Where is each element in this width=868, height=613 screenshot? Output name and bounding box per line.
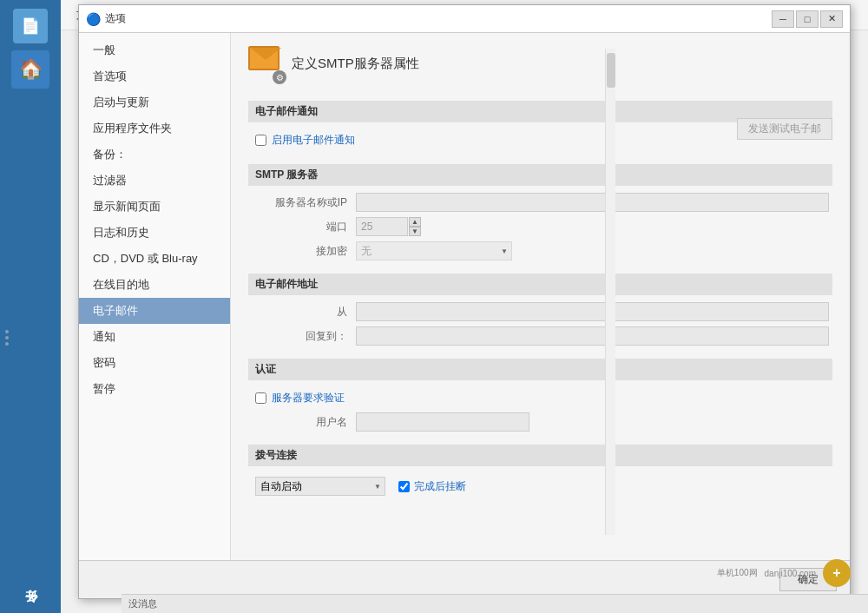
nav-preferences[interactable]: 首选项: [79, 63, 230, 89]
spinbox-buttons: ▲ ▼: [409, 217, 421, 236]
reply-label: 回复到：: [252, 329, 356, 344]
nav-startup[interactable]: 启动与更新: [79, 89, 230, 115]
encryption-row: 接加密 无 SSL/TLS STARTTLS: [248, 241, 832, 260]
server-requires-label: 服务器要求验证: [272, 391, 345, 405]
dialup-row: 自动启动 手动 完成后挂断: [248, 473, 832, 499]
reply-input[interactable]: [356, 326, 829, 346]
scrollbar-track: [605, 49, 615, 535]
hangup-checkbox[interactable]: [398, 481, 410, 492]
nav-appfolder[interactable]: 应用程序文件夹: [79, 115, 230, 142]
nav-notification[interactable]: 通知: [79, 324, 230, 350]
status-bar: 没消息: [122, 594, 868, 613]
dialog-body: 一般 首选项 启动与更新 应用程序文件夹 备份： 过滤器 显示新闻页面 日志和历…: [79, 33, 850, 560]
from-input[interactable]: [356, 302, 829, 321]
nav-password[interactable]: 密码: [79, 350, 230, 376]
dialup-header: 拨号连接: [248, 445, 832, 466]
nav-log[interactable]: 日志和历史: [79, 220, 230, 246]
username-row: 用户名: [248, 412, 832, 432]
nav-cd[interactable]: CD，DVD 或 Blu-ray: [79, 246, 230, 272]
smtp-header-icon: ⚙: [248, 46, 283, 81]
task-label: 任务: [23, 596, 38, 613]
port-input[interactable]: [356, 217, 408, 236]
email-address-section: 电子邮件地址 从 回复到：: [248, 274, 832, 346]
dialog-titlebar: 🔵 选项 ─ □ ✕: [79, 5, 850, 33]
nav-online[interactable]: 在线目的地: [79, 272, 230, 298]
app-sidebar: 📄 🏠 任务: [0, 0, 61, 613]
smtp-server-section: SMTP 服务器 服务器名称或IP 端口: [248, 164, 832, 260]
nav-email[interactable]: 电子邮件: [79, 298, 230, 324]
reply-row: 回复到：: [248, 326, 832, 346]
reply-control: [356, 326, 829, 346]
port-control: ▲ ▼: [356, 217, 829, 236]
content-header: ⚙ 定义SMTP服务器属性: [248, 46, 832, 88]
site-text: 单机100网: [717, 567, 758, 579]
app-top-icon: 📄: [13, 9, 48, 43]
from-control: [356, 302, 829, 321]
dialup-section: 拨号连接 自动启动 手动 完成后挂断: [248, 445, 832, 499]
send-test-button[interactable]: 发送测试电子邮: [737, 118, 832, 140]
auto-start-wrapper: 自动启动 手动: [255, 477, 385, 496]
nav-general[interactable]: 一般: [79, 37, 230, 63]
app-main: 文件 🔵 选项 ─ □ ✕ 一般 首选项 启动与更新: [61, 0, 868, 613]
encryption-select-wrapper: 无 SSL/TLS STARTTLS: [356, 241, 512, 260]
close-button[interactable]: ✕: [820, 10, 843, 28]
spinbox-down[interactable]: ▼: [409, 227, 421, 236]
enable-email-label: 启用电子邮件通知: [272, 133, 355, 148]
domain-text: danji100.com: [765, 569, 816, 578]
server-name-input[interactable]: [356, 193, 829, 212]
scrollbar-thumb[interactable]: [607, 53, 615, 88]
port-label: 端口: [252, 220, 356, 234]
dialog-nav: 一般 首选项 启动与更新 应用程序文件夹 备份： 过滤器 显示新闻页面 日志和历…: [79, 33, 231, 560]
logo-circle-icon[interactable]: +: [823, 559, 851, 587]
dialog-title: 选项: [105, 11, 772, 26]
server-requires-checkbox[interactable]: [255, 392, 266, 404]
encryption-select[interactable]: 无 SSL/TLS STARTTLS: [356, 241, 512, 260]
encryption-label: 接加密: [252, 244, 356, 259]
spinbox-up[interactable]: ▲: [409, 217, 421, 227]
bottom-logo-area: 单机100网 danji100.com +: [717, 559, 851, 587]
gear-badge-icon: ⚙: [273, 70, 286, 84]
sidebar-dots: [5, 330, 9, 346]
auth-section: 认证 服务器要求验证 用户名: [248, 359, 832, 432]
encryption-control: 无 SSL/TLS STARTTLS: [356, 241, 829, 260]
nav-news[interactable]: 显示新闻页面: [79, 194, 230, 220]
status-message: 没消息: [128, 597, 157, 610]
from-label: 从: [252, 305, 356, 320]
minimize-button[interactable]: ─: [772, 10, 794, 28]
nav-backup[interactable]: 备份：: [79, 142, 230, 168]
server-requires-row: 服务器要求验证: [248, 387, 832, 409]
home-icon[interactable]: 🏠: [11, 50, 49, 89]
hangup-label: 完成后挂断: [414, 479, 466, 494]
nav-filter[interactable]: 过滤器: [79, 168, 230, 194]
port-row: 端口 ▲ ▼: [248, 217, 832, 236]
enable-email-checkbox[interactable]: [255, 135, 266, 146]
username-control: [356, 412, 829, 432]
from-row: 从: [248, 302, 832, 321]
smtp-server-header: SMTP 服务器: [248, 164, 832, 186]
dialog-icon: 🔵: [86, 12, 100, 26]
content-title: 定义SMTP服务器属性: [292, 56, 419, 72]
hangup-checkbox-row: 完成后挂断: [398, 479, 466, 494]
port-spinbox: ▲ ▼: [356, 217, 829, 236]
email-address-header: 电子邮件地址: [248, 274, 832, 295]
username-label: 用户名: [252, 415, 356, 430]
dialog-window: 🔵 选项 ─ □ ✕ 一般 首选项 启动与更新 应用程序文件夹 备份： 过滤器: [78, 4, 851, 599]
nav-pause[interactable]: 暂停: [79, 376, 230, 402]
server-name-label: 服务器名称或IP: [252, 195, 356, 210]
window-controls: ─ □ ✕: [772, 10, 843, 28]
username-input[interactable]: [356, 412, 529, 432]
app-frame: 📄 🏠 任务 文件 🔵 选项 ─ □ ✕: [0, 0, 868, 613]
envelope-icon: [248, 46, 279, 70]
auth-header: 认证: [248, 359, 832, 380]
server-name-row: 服务器名称或IP: [248, 193, 832, 212]
auto-start-select[interactable]: 自动启动 手动: [255, 477, 385, 496]
maximize-button[interactable]: □: [796, 10, 819, 28]
dialog-content: ⚙ 定义SMTP服务器属性 发送测试电子邮 电子邮件通知 启用电子邮件通知: [231, 33, 850, 560]
server-name-control: [356, 193, 829, 212]
